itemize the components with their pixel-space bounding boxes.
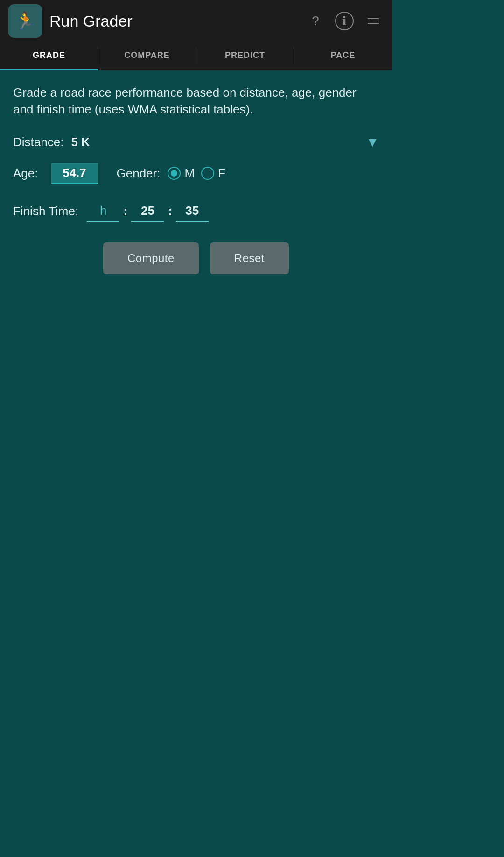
age-input[interactable] <box>51 163 98 184</box>
time-seconds-input[interactable] <box>176 201 209 222</box>
gender-female-label: F <box>218 166 225 181</box>
gender-male-option[interactable]: M <box>168 166 195 181</box>
time-hours-input[interactable] <box>87 201 119 222</box>
gender-female-option[interactable]: F <box>201 166 225 181</box>
gender-radio-group: M F <box>168 166 225 181</box>
distance-label: Distance: <box>13 135 63 149</box>
buttons-row: Compute Reset <box>13 242 379 274</box>
tab-pace[interactable]: PACE <box>294 42 392 70</box>
colon-2: : <box>167 204 173 219</box>
description-text: Grade a road race performance based on d… <box>13 84 379 118</box>
app-logo: 🏃 <box>8 4 42 38</box>
app-header: 🏃 Run Grader ? ℹ <box>0 0 392 42</box>
header-icons: ? ℹ <box>305 11 384 31</box>
compute-button[interactable]: Compute <box>103 242 199 274</box>
main-content: Grade a road race performance based on d… <box>0 71 392 285</box>
gender-female-radio[interactable] <box>201 167 214 180</box>
colon-1: : <box>122 204 128 219</box>
app-title: Run Grader <box>49 12 305 30</box>
age-label: Age: <box>13 166 38 181</box>
age-section: Age: <box>13 163 98 184</box>
distance-value: 5 K <box>71 135 366 149</box>
gender-male-label: M <box>184 166 195 181</box>
age-gender-row: Age: Gender: M F <box>13 163 379 184</box>
distance-dropdown-arrow[interactable]: ▼ <box>366 135 379 150</box>
gender-male-radio[interactable] <box>168 167 181 180</box>
finish-time-label: Finish Time: <box>13 204 78 219</box>
tab-grade[interactable]: GRADE <box>0 42 98 70</box>
help-icon[interactable]: ? <box>305 11 326 31</box>
time-inputs: : : <box>87 201 209 222</box>
gender-label: Gender: <box>117 166 161 181</box>
tab-bar: GRADE COMPARE PREDICT PACE <box>0 42 392 71</box>
gender-section: Gender: M F <box>117 166 226 181</box>
finish-time-row: Finish Time: : : <box>13 201 379 222</box>
tab-predict[interactable]: PREDICT <box>196 42 294 70</box>
tab-compare[interactable]: COMPARE <box>98 42 196 70</box>
reset-button[interactable]: Reset <box>210 242 289 274</box>
info-icon[interactable]: ℹ <box>335 12 354 30</box>
time-minutes-input[interactable] <box>131 201 164 222</box>
sliders-icon <box>368 18 379 24</box>
logo-icon: 🏃 <box>15 11 36 31</box>
distance-row: Distance: 5 K ▼ <box>13 135 379 150</box>
settings-icon[interactable] <box>363 11 384 31</box>
